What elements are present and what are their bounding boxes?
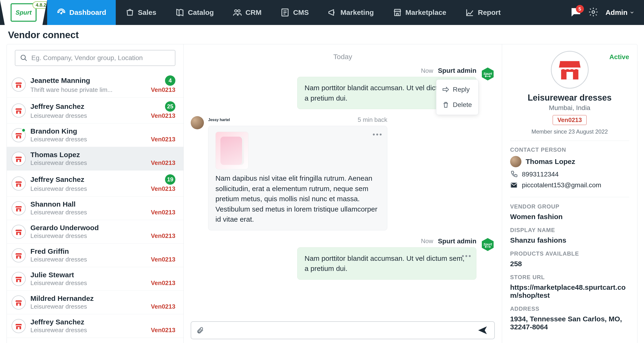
chevron-down-icon	[630, 10, 634, 15]
vendor-list-panel: Jeanette Manning 4 Thrift ware house pri…	[7, 44, 184, 343]
vendor-name: Jeffrey Sanchez	[30, 176, 84, 184]
message-time: Now	[421, 67, 433, 74]
member-since: Member since 23 August 2022	[510, 128, 629, 135]
svg-rect-23	[18, 280, 20, 282]
nav-marketing[interactable]: Marketing	[318, 0, 383, 25]
settings-button[interactable]	[588, 7, 598, 18]
logo-text: Spurt	[16, 9, 32, 16]
vendor-list-item[interactable]: Gerardo Underwood Leisurewear dresses Ve…	[7, 220, 184, 244]
search-box[interactable]	[15, 50, 176, 66]
vendor-avatar-small	[12, 128, 26, 142]
vendor-list-item[interactable]: Fred Griffin Leisurewear dresses Ven0213	[7, 244, 184, 267]
message-time: 5 min back	[358, 116, 387, 123]
vendor-avatar-small	[12, 296, 26, 310]
page-title: Vendor connect	[0, 25, 644, 44]
sender-avatar	[191, 116, 204, 129]
nav-marketplace[interactable]: Marketplace	[383, 0, 456, 25]
nav-crm[interactable]: CRM	[223, 0, 271, 25]
svg-rect-17	[18, 209, 20, 211]
reply-icon	[442, 86, 450, 93]
admin-label: Admin	[606, 8, 628, 16]
address-label: ADDRESS	[510, 306, 629, 312]
contact-email: piccotalent153@gmail.com	[522, 181, 601, 189]
nav-report[interactable]: Report	[456, 0, 510, 25]
svg-rect-11	[18, 136, 20, 138]
message-composer[interactable]	[191, 321, 495, 339]
message-image-attachment[interactable]	[216, 132, 248, 169]
message-more-button[interactable]: •••	[462, 251, 472, 261]
vendor-group-label: VENDOR GROUP	[510, 203, 629, 210]
display-name-label: DISPLAY NAME	[510, 227, 629, 234]
vendor-list-item[interactable]: Thomas Lopez Leisurewear dresses Ven0213	[7, 147, 184, 171]
chat-message: Jessy hartel 5 min back Nam dapibus nisl…	[191, 116, 495, 230]
search-input[interactable]	[31, 54, 170, 62]
message-more-button[interactable]: •••	[372, 129, 383, 140]
nav-sales[interactable]: Sales	[116, 0, 166, 25]
nav-cms[interactable]: CMS	[271, 0, 318, 25]
vendor-company: Leisurewear dresses	[30, 136, 87, 143]
vendor-name: Shannon Hall	[30, 200, 76, 208]
trash-icon	[442, 101, 450, 109]
vendor-company: Leisurewear dresses	[30, 303, 87, 310]
svg-text:Spurt: Spurt	[484, 72, 492, 76]
message-sender: Spurt admin	[438, 238, 476, 245]
svg-rect-34	[560, 61, 580, 63]
notifications-button[interactable]: 5	[571, 7, 581, 18]
vendor-id: Ven0213	[151, 136, 176, 143]
logo[interactable]: Spurt 4.8.2	[0, 0, 47, 25]
vendor-company: Leisurewear dresses	[30, 256, 87, 263]
reply-action[interactable]: Reply	[436, 82, 478, 97]
gear-icon	[588, 7, 598, 17]
vendor-company: Leisurewear dresses	[30, 232, 87, 240]
online-indicator	[22, 128, 26, 132]
send-button[interactable]	[476, 325, 489, 336]
message-time: Now	[421, 238, 433, 245]
vendor-company: Leisurewear dresses	[30, 112, 87, 119]
unread-count-badge: 4	[165, 75, 176, 86]
vendor-id: Ven0213	[151, 232, 176, 240]
admin-menu[interactable]: Admin	[606, 8, 634, 16]
vendor-name: Jeffrey Sanchez	[30, 318, 84, 326]
vendor-list-item[interactable]: Jeffrey Sanchez 25 Leisurewear dresses V…	[7, 97, 184, 123]
phone-icon	[510, 171, 518, 178]
svg-point-5	[21, 55, 26, 60]
report-icon	[465, 8, 474, 17]
message-input[interactable]	[208, 326, 471, 334]
crm-icon	[233, 8, 242, 17]
cms-icon	[280, 8, 290, 17]
vendor-company: Thrift ware house private lim...	[30, 86, 112, 93]
delete-action[interactable]: Delete	[436, 97, 478, 113]
display-name-value: Shanzu fashions	[510, 236, 629, 244]
vendor-list-item[interactable]: Shannon Hall Leisurewear dresses Ven0213	[7, 196, 184, 220]
nav-dashboard[interactable]: Dashboard	[47, 0, 116, 25]
vendor-list-item[interactable]: Jeanette Manning 4 Thrift ware house pri…	[7, 72, 184, 97]
vendor-list-item[interactable]: Mildred Hernandez Leisurewear dresses Ve…	[7, 291, 184, 314]
vendor-list-item[interactable]: Jeffrey Sanchez Leisurewear dresses Ven0…	[7, 314, 184, 338]
svg-rect-15	[18, 184, 20, 187]
sender-avatar: Spurt	[481, 67, 495, 81]
vendor-name: Fred Griffin	[30, 247, 69, 255]
products-available-value: 258	[510, 260, 629, 268]
vendor-company: Leisurewear dresses	[30, 185, 87, 192]
store-url-value[interactable]: https://marketplace48.spurtcart.com/shop…	[510, 283, 629, 300]
message-actions-popover: Reply Delete	[436, 79, 478, 115]
dashboard-icon	[56, 8, 66, 17]
svg-rect-27	[18, 327, 20, 329]
vendor-id: Ven0213	[151, 159, 176, 167]
vendor-list-item[interactable]: Brandon King Leisurewear dresses Ven0213	[7, 123, 184, 147]
vendor-avatar-small	[12, 176, 26, 191]
address-value: 1934, Tennessee San Carlos, MO, 32247-80…	[510, 315, 629, 331]
store-url-label: STORE URL	[510, 274, 629, 281]
mail-icon	[510, 181, 518, 189]
message-bubble: Nam porttitor blandit accumsan. Ut vel d…	[297, 247, 476, 280]
nav-catalog[interactable]: Catalog	[166, 0, 223, 25]
store-icon	[557, 57, 583, 83]
vendor-id: Ven0213	[151, 327, 176, 334]
catalog-icon	[175, 8, 184, 17]
svg-point-1	[234, 10, 237, 12]
vendor-info-panel: Active Leisurewear dresses Mumbai, India…	[502, 44, 637, 343]
vendor-list-item[interactable]: Julie Stewart Leisurewear dresses Ven021…	[7, 267, 184, 291]
attachment-icon[interactable]	[196, 327, 204, 334]
message-sender: Jessy hartel	[208, 118, 230, 122]
vendor-list-item[interactable]: Jeffrey Sanchez 19 Leisurewear dresses V…	[7, 171, 184, 196]
